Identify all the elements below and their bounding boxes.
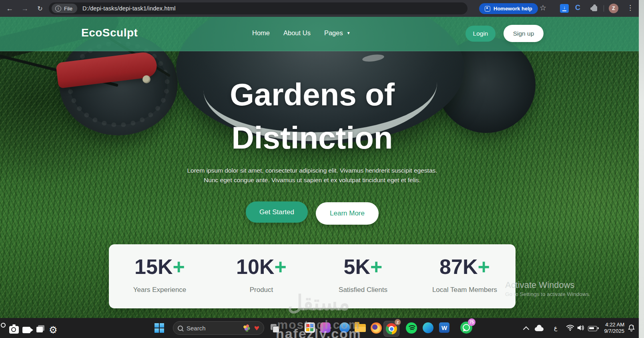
mostaql-arabic-logo-watermark: مستقل: [287, 291, 350, 315]
screen: ← → ↻ File D:/depi-tasks/depi-task1/inde…: [0, 0, 644, 338]
plus-suffix: +: [275, 255, 287, 278]
camera-icon[interactable]: [9, 326, 19, 334]
word-icon: [439, 322, 449, 333]
stat-label: Product: [250, 286, 273, 294]
plus-suffix: +: [478, 255, 490, 278]
window-capture-icon[interactable]: [36, 327, 43, 332]
back-button[interactable]: ←: [4, 3, 15, 14]
hero-subtitle-line1: Lorem ipsum dolor sit amet, consectetur …: [0, 166, 624, 175]
profile-avatar[interactable]: Z: [609, 4, 618, 13]
extensions-puzzle-icon[interactable]: [592, 6, 597, 11]
edge-icon: [423, 322, 433, 333]
screen-edge-strip: [639, 0, 644, 338]
file-scheme-chip[interactable]: File: [52, 4, 77, 13]
stat-value: 5K+: [344, 256, 383, 277]
hero-subtitle-line2: Nunc eget congue ante. Vivamus ut sapien…: [0, 175, 624, 185]
spotify-icon: [406, 322, 417, 334]
pinned-app-firefox[interactable]: [371, 322, 382, 334]
hero-title: Gardens of Distinction: [0, 73, 624, 159]
nav-pages-label: Pages: [324, 29, 343, 37]
activate-windows-subtext: Go to Settings to activate Windows.: [505, 291, 590, 297]
language-indicator[interactable]: ع: [554, 325, 557, 331]
notification-bell-icon[interactable]: z: [628, 324, 635, 333]
stat-value: 10K+: [236, 256, 287, 277]
nav-home-label: Home: [252, 29, 270, 37]
browser-toolbar: ← → ↻ File D:/depi-tasks/depi-task1/inde…: [0, 0, 644, 17]
plus-suffix: +: [370, 255, 382, 278]
flowers-emoji-icon: [243, 324, 251, 332]
signup-button[interactable]: Sign up: [504, 25, 544, 42]
bookmark-star-icon[interactable]: ☆: [540, 3, 546, 12]
hero-title-line1: Gardens of: [0, 73, 624, 116]
tray-clock[interactable]: 4:22 AM 9/7/2025: [597, 322, 624, 334]
onedrive-cloud-icon[interactable]: [535, 327, 544, 331]
down-arrow-glyph: ↓: [563, 6, 566, 10]
nav-link-pages[interactable]: Pages ▼: [324, 29, 351, 37]
clock-date: 9/7/2025: [597, 328, 624, 334]
main-nav: Home About Us Pages ▼: [252, 29, 351, 37]
pinned-app-spotify[interactable]: [406, 322, 417, 334]
page-viewport: EcoSculpt Home About Us Pages ▼ Login Si…: [0, 17, 644, 318]
stat-label: Years Experience: [133, 286, 187, 294]
stat-value: 15K+: [134, 256, 185, 277]
stat-years-experience: 15K+ Years Experience: [109, 244, 211, 308]
svg-text:z: z: [632, 324, 634, 327]
nav-link-home[interactable]: Home: [252, 29, 270, 37]
taskbar-search-input[interactable]: Search: [173, 321, 264, 335]
homework-help-extension-button[interactable]: Homework help: [479, 3, 538, 14]
stat-local-team-members: 87K+ Local Team Members: [414, 244, 516, 308]
page-info-icon[interactable]: [55, 6, 61, 12]
pinned-app-word[interactable]: [439, 322, 449, 333]
battery-icon[interactable]: [588, 326, 597, 331]
active-app-chrome[interactable]: Z: [383, 321, 399, 337]
clock-time: 4:22 AM: [597, 322, 624, 328]
stat-label: Local Team Members: [432, 286, 497, 294]
screen-recorder-toolbar: [1, 323, 58, 335]
hero-title-line2: Distinction: [0, 116, 624, 159]
address-bar[interactable]: File D:/depi-tasks/depi-task1/index.html: [49, 2, 467, 14]
wifi-icon[interactable]: [566, 324, 574, 333]
nav-link-about[interactable]: About Us: [283, 29, 311, 37]
whatsapp-notification-badge: 75: [468, 318, 475, 326]
lens-scan-icon: [485, 6, 490, 12]
down-arrow-bar: [562, 10, 566, 11]
stat-value: 87K+: [439, 256, 490, 277]
site-header: EcoSculpt Home About Us Pages ▼ Login Si…: [0, 17, 644, 51]
download-icon[interactable]: ↓: [560, 4, 569, 13]
file-chip-label: File: [64, 6, 72, 12]
nafezly-domain-watermark: nafezly.com: [276, 326, 361, 338]
tray-hidden-icons-chevron[interactable]: [523, 326, 530, 333]
chevron-down-icon: ▼: [347, 31, 351, 35]
login-button[interactable]: Login: [465, 26, 496, 42]
brand-logo[interactable]: EcoSculpt: [81, 26, 138, 39]
forward-button[interactable]: →: [19, 3, 30, 14]
hero-cta-row: Get Started Learn More: [0, 201, 624, 225]
heart-emoji-icon: [254, 326, 259, 330]
pinned-app-edge[interactable]: [423, 322, 433, 333]
browser-menu-icon[interactable]: ⋮: [627, 4, 634, 12]
reload-button[interactable]: ↻: [34, 3, 46, 14]
get-started-button[interactable]: Get Started: [246, 201, 308, 223]
search-icon: [178, 326, 183, 331]
search-placeholder: Search: [187, 325, 239, 332]
start-button[interactable]: [154, 323, 164, 333]
learn-more-button[interactable]: Learn More: [316, 202, 379, 225]
hero-subtitle: Lorem ipsum dolor sit amet, consectetur …: [0, 166, 624, 185]
recorder-dot-icon[interactable]: [1, 323, 6, 328]
toolbar-separator: [604, 5, 604, 12]
plus-suffix: +: [173, 255, 185, 278]
homework-help-label: Homework help: [494, 6, 532, 12]
settings-gear-icon[interactable]: [49, 325, 58, 335]
url-text: D:/depi-tasks/depi-task1/index.html: [82, 5, 176, 12]
video-camera-icon[interactable]: [22, 327, 30, 333]
chrome-profile-badge: Z: [394, 319, 401, 326]
activate-windows-watermark: Activate Windows: [505, 280, 575, 290]
volume-icon[interactable]: [577, 324, 585, 333]
pinned-app-whatsapp[interactable]: 75: [460, 322, 472, 334]
c-extension-icon[interactable]: C: [575, 4, 580, 12]
nav-about-label: About Us: [283, 29, 311, 37]
firefox-icon: [371, 322, 382, 334]
